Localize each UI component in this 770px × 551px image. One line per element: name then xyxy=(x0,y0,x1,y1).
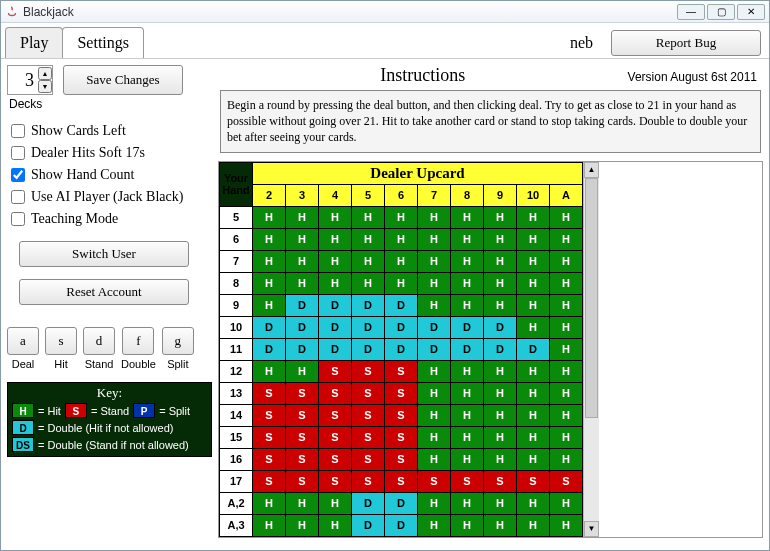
scroll-down-icon[interactable]: ▼ xyxy=(584,521,599,537)
strategy-cell: H xyxy=(484,492,517,514)
strategy-cell: H xyxy=(517,426,550,448)
reset-account-button[interactable]: Reset Account xyxy=(19,279,189,305)
window-title: Blackjack xyxy=(23,5,675,19)
java-icon xyxy=(5,5,19,19)
strategy-cell: H xyxy=(484,272,517,294)
switch-user-button[interactable]: Switch User xyxy=(19,241,189,267)
shortcut-double-button[interactable]: f xyxy=(122,327,154,355)
strategy-cell: H xyxy=(319,206,352,228)
strategy-cell: S xyxy=(286,470,319,492)
shortcut-stand-button[interactable]: d xyxy=(83,327,115,355)
legend-double-stand-icon: DS xyxy=(12,437,34,452)
strategy-cell: H xyxy=(517,206,550,228)
legend-double-icon: D xyxy=(12,420,34,435)
strategy-cell: H xyxy=(418,206,451,228)
spinner-down-icon[interactable]: ▼ xyxy=(38,80,52,93)
strategy-cell: H xyxy=(517,272,550,294)
legend-double-stand-label: = Double (Stand if not allowed) xyxy=(38,439,189,451)
strategy-cell: H xyxy=(484,228,517,250)
strategy-cell: H xyxy=(451,272,484,294)
col-8: 8 xyxy=(451,184,484,206)
tab-settings[interactable]: Settings xyxy=(62,27,144,58)
strategy-cell: S xyxy=(319,470,352,492)
strategy-cell: D xyxy=(385,338,418,360)
strategy-cell: H xyxy=(286,250,319,272)
strategy-cell: H xyxy=(517,250,550,272)
strategy-cell: S xyxy=(352,448,385,470)
shortcut-split-button[interactable]: g xyxy=(162,327,194,355)
strategy-cell: H xyxy=(550,250,583,272)
strategy-cell: H xyxy=(352,250,385,272)
strategy-cell: S xyxy=(451,470,484,492)
checkbox-1[interactable] xyxy=(11,146,25,160)
strategy-cell: H xyxy=(385,228,418,250)
strategy-cell: D xyxy=(286,316,319,338)
strategy-cell: S xyxy=(385,448,418,470)
checkbox-2[interactable] xyxy=(11,168,25,182)
strategy-cell: S xyxy=(286,382,319,404)
close-button[interactable]: ✕ xyxy=(737,4,765,20)
strategy-cell: H xyxy=(319,250,352,272)
legend: Key: H= Hit S= Stand P= Split D= Double … xyxy=(7,382,212,457)
save-changes-button[interactable]: Save Changes xyxy=(63,65,183,95)
strategy-cell: H xyxy=(517,448,550,470)
report-bug-button[interactable]: Report Bug xyxy=(611,30,761,56)
checkbox-4[interactable] xyxy=(11,212,25,226)
legend-stand-icon: S xyxy=(65,403,87,418)
strategy-cell: H xyxy=(286,492,319,514)
strategy-cell: H xyxy=(451,404,484,426)
strategy-cell: H xyxy=(286,360,319,382)
strategy-cell: H xyxy=(517,514,550,536)
strategy-cell: S xyxy=(385,360,418,382)
scroll-up-icon[interactable]: ▲ xyxy=(584,162,599,178)
spinner-up-icon[interactable]: ▲ xyxy=(38,67,52,80)
col-10: 10 xyxy=(517,184,550,206)
checkbox-label-2: Show Hand Count xyxy=(31,167,134,183)
strategy-table: YourHandDealer Upcard2345678910A5HHHHHHH… xyxy=(219,162,583,537)
strategy-cell: H xyxy=(484,382,517,404)
checkbox-0[interactable] xyxy=(11,124,25,138)
scroll-thumb[interactable] xyxy=(585,178,598,418)
strategy-cell: H xyxy=(319,272,352,294)
deck-count-spinner[interactable]: 3 ▲ ▼ xyxy=(7,65,53,95)
row-9: 9 xyxy=(220,294,253,316)
shortcut-hit-button[interactable]: s xyxy=(45,327,77,355)
strategy-cell: H xyxy=(319,492,352,514)
strategy-cell: H xyxy=(484,426,517,448)
strategy-cell: D xyxy=(352,492,385,514)
strategy-cell: H xyxy=(451,382,484,404)
legend-stand-label: = Stand xyxy=(91,405,129,417)
strategy-cell: H xyxy=(484,206,517,228)
checkbox-3[interactable] xyxy=(11,190,25,204)
minimize-button[interactable]: — xyxy=(677,4,705,20)
strategy-cell: H xyxy=(385,272,418,294)
strategy-cell: H xyxy=(517,228,550,250)
strategy-cell: H xyxy=(550,426,583,448)
shortcut-double-label: Double xyxy=(121,358,156,370)
strategy-cell: H xyxy=(418,294,451,316)
maximize-button[interactable]: ▢ xyxy=(707,4,735,20)
strategy-cell: D xyxy=(286,294,319,316)
strategy-cell: H xyxy=(550,514,583,536)
strategy-cell: H xyxy=(253,228,286,250)
legend-double-label: = Double (Hit if not allowed) xyxy=(38,422,173,434)
strategy-cell: S xyxy=(385,404,418,426)
col-3: 3 xyxy=(286,184,319,206)
strategy-cell: S xyxy=(385,470,418,492)
scroll-track[interactable] xyxy=(584,178,599,521)
strategy-cell: H xyxy=(418,272,451,294)
strategy-cell: H xyxy=(385,250,418,272)
strategy-cell: H xyxy=(451,360,484,382)
row-15: 15 xyxy=(220,426,253,448)
strategy-cell: H xyxy=(550,404,583,426)
tab-play[interactable]: Play xyxy=(5,27,63,58)
strategy-cell: H xyxy=(286,206,319,228)
scrollbar[interactable]: ▲ ▼ xyxy=(583,162,599,537)
strategy-cell: H xyxy=(286,514,319,536)
row-header: YourHand xyxy=(220,162,253,206)
strategy-cell: S xyxy=(253,382,286,404)
row-A,2: A,2 xyxy=(220,492,253,514)
strategy-cell: D xyxy=(286,338,319,360)
shortcut-deal-button[interactable]: a xyxy=(7,327,39,355)
strategy-cell: H xyxy=(517,294,550,316)
